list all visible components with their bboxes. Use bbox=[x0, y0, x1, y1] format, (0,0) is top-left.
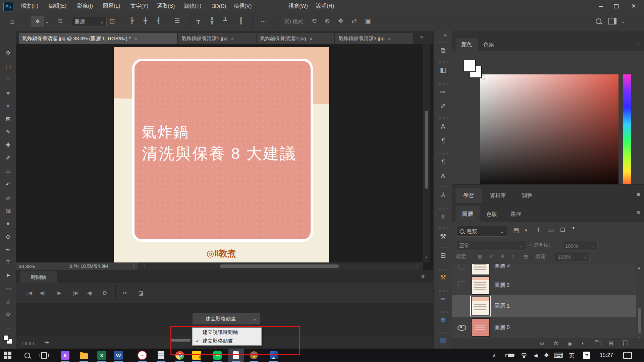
tab-swatches[interactable]: 色票 bbox=[478, 38, 500, 51]
taskbar-app-snipping[interactable]: ✂ bbox=[135, 349, 150, 362]
tool-blur[interactable]: ● bbox=[3, 219, 13, 228]
tool-eraser[interactable]: ▱ bbox=[3, 193, 13, 202]
tool-shape[interactable]: ▭ bbox=[3, 284, 13, 293]
panel-menu-icon[interactable]: ≡ bbox=[637, 41, 640, 48]
edit-toolbar-icon[interactable]: ⋯ bbox=[3, 323, 13, 333]
tab-learn[interactable]: 學習 bbox=[455, 188, 482, 203]
scroll-down-icon[interactable]: ⌄ bbox=[424, 253, 428, 259]
layer-thumbnail[interactable] bbox=[472, 318, 490, 337]
panel-icon-tool-presets-color[interactable]: ⚒ bbox=[437, 272, 449, 283]
scroll-left-icon[interactable]: 〈 bbox=[141, 263, 145, 269]
task-view-button[interactable] bbox=[36, 349, 52, 362]
blend-mode-dropdown[interactable]: 正常 ⌄ bbox=[456, 241, 527, 251]
tool-frame[interactable]: ⊠ bbox=[3, 114, 13, 124]
transition-icon[interactable]: ◪ bbox=[135, 288, 147, 298]
panel-icon-brush-settings[interactable]: ✑ bbox=[437, 87, 449, 98]
link-layers-icon[interactable]: ∞ bbox=[540, 340, 544, 347]
threed-rotate-icon[interactable]: ⟲ bbox=[311, 17, 317, 25]
menu-layer[interactable]: 圖層(L) bbox=[99, 0, 124, 12]
panel-icon-brushes[interactable]: ✐ bbox=[437, 101, 449, 112]
taskbar-app-document-active[interactable] bbox=[228, 349, 244, 362]
tool-pen[interactable]: ✒ bbox=[3, 245, 13, 254]
menu-help[interactable]: 說明(H) bbox=[312, 0, 338, 12]
chevron-down-icon[interactable]: ⌄ bbox=[45, 18, 49, 24]
panel-icon-history[interactable]: ⧉ bbox=[437, 45, 449, 56]
filter-pixel-layers-icon[interactable]: ▤ bbox=[513, 227, 519, 234]
fill-field[interactable]: 100% ⌄ bbox=[555, 252, 590, 261]
home-icon[interactable]: ⌂ bbox=[10, 17, 14, 26]
color-saturation-field[interactable] bbox=[480, 74, 619, 193]
taskbar-app-chrome[interactable] bbox=[172, 349, 187, 362]
tool-eyedropper[interactable]: ✎ bbox=[3, 127, 13, 136]
scroll-up-icon[interactable]: ∧ bbox=[637, 265, 641, 270]
taskbar-app-explorer[interactable] bbox=[76, 349, 92, 362]
visibility-toggle[interactable] bbox=[458, 302, 466, 310]
panel-icon-character[interactable]: A bbox=[437, 121, 449, 132]
tab-overflow-icon[interactable]: » bbox=[420, 34, 423, 40]
tool-healing[interactable]: ✚ bbox=[3, 140, 13, 149]
taskbar-app-line[interactable]: LINE bbox=[210, 349, 225, 362]
document-canvas[interactable]: 氣炸鍋 清洗與保養 8 大建議 ◎‖教煮 bbox=[114, 47, 329, 262]
tool-crop[interactable]: ⌗ bbox=[3, 102, 13, 111]
threed-roll-icon[interactable]: ⊚ bbox=[325, 17, 330, 25]
expand-panels-icon[interactable]: « bbox=[444, 32, 447, 38]
panel-icon-plugin-globe[interactable]: ⊕ bbox=[437, 314, 449, 325]
distribute-vertical-icon[interactable]: ║ bbox=[239, 17, 243, 24]
align-center-icon[interactable]: ╋ bbox=[144, 17, 147, 24]
menu-window[interactable]: 視窗(W) bbox=[284, 0, 312, 12]
tab-libraries[interactable]: 資料庫 bbox=[482, 188, 514, 203]
workspace-switcher-icon[interactable] bbox=[608, 18, 616, 24]
menu-edit[interactable]: 編輯(E) bbox=[45, 0, 70, 12]
taskbar-app-photos[interactable] bbox=[266, 349, 281, 362]
split-clip-icon[interactable]: ✂ bbox=[119, 288, 131, 298]
layer-effects-icon[interactable]: fx bbox=[554, 340, 558, 346]
canvas-viewport[interactable]: 氣炸鍋 清洗與保養 8 大建議 ◎‖教煮 bbox=[16, 44, 423, 262]
zoom-level-field[interactable]: 33.33% bbox=[16, 262, 48, 270]
opacity-field[interactable]: 100% ⌄ bbox=[562, 241, 598, 251]
vertical-scrollbar[interactable]: ⌄ bbox=[423, 44, 430, 262]
menu-filter[interactable]: 濾鏡(T) bbox=[180, 0, 205, 12]
align-left-icon[interactable]: ┣ bbox=[130, 17, 134, 24]
panel-icon-tool-presets[interactable]: ⚒ bbox=[437, 231, 449, 242]
taskbar-app-excel[interactable]: X bbox=[94, 349, 109, 362]
timeline-tab[interactable]: 時間軸 bbox=[20, 271, 57, 283]
visibility-toggle[interactable] bbox=[458, 281, 466, 289]
restore-button[interactable] bbox=[608, 0, 624, 12]
auto-select-target-dropdown[interactable]: 圖層 ⌄ bbox=[72, 17, 107, 27]
panel-icon-timeline[interactable]: ⊟ bbox=[437, 250, 449, 261]
lock-pixels-icon[interactable]: ✐ bbox=[489, 253, 493, 259]
new-group-icon[interactable] bbox=[595, 342, 601, 346]
threed-scale-icon[interactable]: ▣ bbox=[365, 17, 371, 25]
menu-type[interactable]: 文字(Y) bbox=[126, 0, 152, 12]
start-button[interactable] bbox=[0, 349, 15, 362]
layer-mask-icon[interactable]: ▣ bbox=[568, 340, 573, 347]
document-tab[interactable]: 氣炸鍋保養清潔2.jpg × bbox=[257, 33, 335, 44]
show-transform-controls-icon[interactable]: ⊡ bbox=[109, 17, 115, 25]
align-right-icon[interactable]: ┫ bbox=[157, 17, 161, 24]
tool-move[interactable]: ✥ bbox=[3, 48, 13, 58]
layer-name[interactable]: 圖層 3 bbox=[494, 264, 509, 269]
layer-row[interactable]: 圖層 0 bbox=[452, 317, 636, 338]
layer-thumbnail[interactable] bbox=[472, 297, 490, 315]
panel-icon-paragraph-styles[interactable]: ¶ bbox=[437, 157, 449, 167]
tool-clone-stamp[interactable]: ♨ bbox=[3, 166, 13, 176]
menu-item-frame-animation[interactable]: ✓ 建立影格動畫 bbox=[193, 337, 261, 345]
layer-thumbnail[interactable] bbox=[472, 277, 490, 295]
menu-select[interactable]: 選取(S) bbox=[153, 0, 179, 12]
panel-icon-character-styles[interactable]: A bbox=[437, 171, 449, 181]
tool-hand[interactable]: ☝ bbox=[3, 297, 13, 306]
horizontal-scrollbar[interactable]: 〈 〉 bbox=[138, 262, 423, 270]
first-frame-icon[interactable]: ❘◀ bbox=[22, 288, 34, 298]
tab-paths[interactable]: 路徑 bbox=[504, 206, 528, 222]
taskbar-search-button[interactable] bbox=[19, 349, 35, 362]
foreground-background-colors[interactable] bbox=[3, 335, 12, 344]
ime-indicator[interactable]: ㄅ bbox=[579, 349, 594, 362]
tool-path-select[interactable]: ➤ bbox=[3, 270, 13, 280]
next-frame-icon[interactable]: ❘▶ bbox=[68, 288, 80, 298]
tool-dodge[interactable]: ⊙ bbox=[3, 232, 13, 241]
horizontal-scrollbar-thumb[interactable] bbox=[220, 264, 339, 268]
panel-menu-icon[interactable]: ≡ bbox=[421, 274, 425, 280]
tool-brush[interactable]: ✐ bbox=[3, 153, 13, 163]
new-layer-icon[interactable]: ⊞ bbox=[608, 340, 613, 347]
menu-3d[interactable]: 3D(D) bbox=[208, 0, 230, 12]
